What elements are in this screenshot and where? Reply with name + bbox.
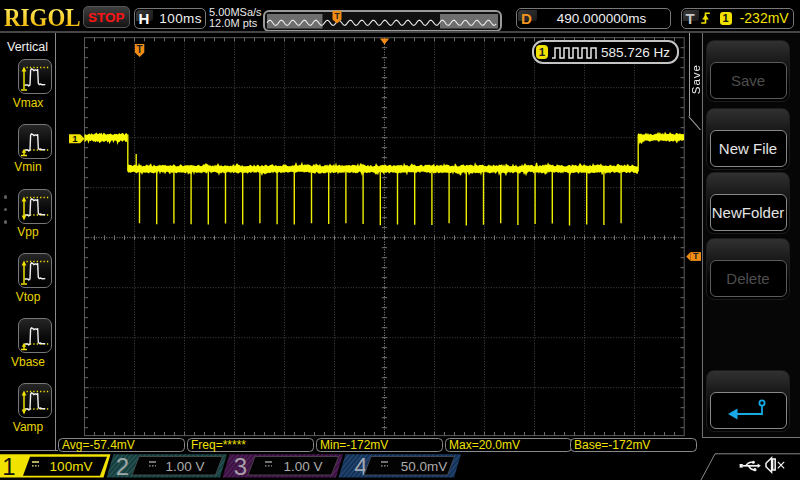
svg-text:1: 1 (72, 133, 78, 144)
svg-text:1: 1 (2, 453, 15, 480)
svg-text:4: 4 (354, 453, 367, 480)
svg-text:50.0mV: 50.0mV (401, 459, 448, 474)
svg-text:2: 2 (116, 453, 129, 480)
svg-text:3: 3 (234, 453, 247, 480)
svg-text:T: T (693, 251, 699, 261)
svg-text:100mV: 100mV (50, 459, 93, 474)
svg-text:1.00 V: 1.00 V (165, 459, 204, 474)
svg-text:1.00 V: 1.00 V (283, 459, 322, 474)
svg-text:T: T (137, 44, 143, 55)
svg-text:T: T (334, 11, 340, 21)
